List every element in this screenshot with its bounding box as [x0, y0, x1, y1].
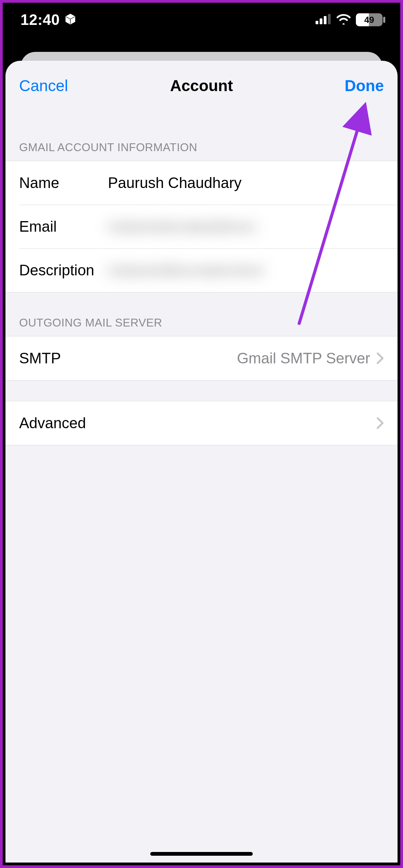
account-sheet: Cancel Account Done GMAIL ACCOUNT INFORM… — [5, 61, 398, 863]
status-right: 49 — [316, 13, 383, 26]
advanced-row[interactable]: Advanced — [5, 401, 398, 445]
done-button[interactable]: Done — [345, 76, 384, 95]
home-indicator[interactable] — [150, 852, 253, 856]
nav-bar: Cancel Account Done — [5, 61, 398, 110]
outgoing-header: OUTGOING MAIL SERVER — [5, 316, 398, 336]
svg-rect-1 — [320, 18, 322, 24]
chevron-right-icon — [376, 352, 384, 364]
description-row[interactable]: Description redacteddescriptiontext — [5, 248, 398, 292]
description-value[interactable]: redacteddescriptiontext — [108, 262, 384, 279]
status-time: 12:40 — [20, 11, 60, 28]
package-icon — [65, 13, 76, 26]
status-left: 12:40 — [20, 11, 76, 28]
account-info-group: Name Paurush Chaudhary Email redactedema… — [5, 161, 398, 292]
smtp-group: SMTP Gmail SMTP Server — [5, 336, 398, 380]
smtp-row[interactable]: SMTP Gmail SMTP Server — [5, 336, 398, 380]
status-bar: 12:40 — [3, 3, 400, 37]
battery-level: 49 — [364, 15, 374, 25]
smtp-value: Gmail SMTP Server — [61, 350, 376, 367]
advanced-label: Advanced — [19, 415, 376, 432]
svg-rect-0 — [316, 21, 318, 24]
cellular-icon — [316, 14, 331, 26]
description-label: Description — [19, 262, 108, 279]
smtp-label: SMTP — [19, 350, 61, 367]
battery-icon: 49 — [356, 13, 383, 26]
phone-frame: 12:40 — [3, 3, 400, 865]
name-row[interactable]: Name Paurush Chaudhary — [5, 161, 398, 205]
email-row[interactable]: Email redactedemailaddress — [5, 205, 398, 248]
email-label: Email — [19, 218, 108, 235]
email-value[interactable]: redactedemailaddress — [108, 218, 384, 235]
account-info-header: GMAIL ACCOUNT INFORMATION — [5, 141, 398, 161]
cancel-button[interactable]: Cancel — [19, 76, 68, 95]
name-label: Name — [19, 174, 108, 191]
chevron-right-icon — [376, 417, 384, 429]
advanced-group: Advanced — [5, 401, 398, 445]
name-value[interactable]: Paurush Chaudhary — [108, 174, 384, 191]
svg-rect-2 — [324, 16, 326, 24]
svg-rect-3 — [328, 14, 331, 24]
wifi-icon — [336, 14, 351, 26]
